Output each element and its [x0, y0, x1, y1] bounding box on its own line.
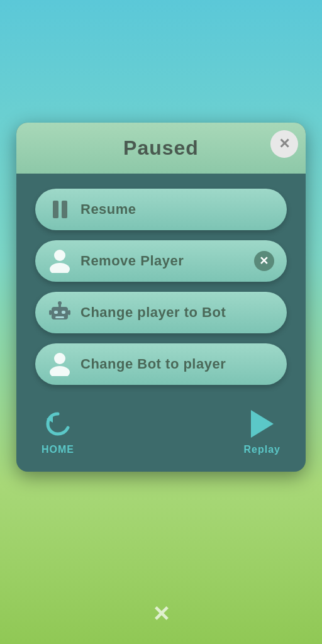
bottom-close-button[interactable]: ✕ — [152, 601, 170, 626]
svg-rect-8 — [49, 310, 52, 315]
svg-point-4 — [58, 301, 62, 305]
replay-icon — [246, 408, 279, 440]
close-icon: ✕ — [279, 136, 290, 152]
remove-player-button[interactable]: Remove Player ✕ — [35, 240, 287, 282]
change-player-to-bot-label: Change player to Bot — [80, 304, 274, 321]
svg-point-10 — [54, 353, 65, 364]
change-bot-to-player-label: Change Bot to player — [80, 356, 274, 372]
svg-rect-7 — [55, 316, 64, 318]
paused-modal: Paused ✕ Resume — [16, 123, 306, 472]
replay-label: Replay — [244, 444, 280, 455]
robot-icon — [48, 301, 72, 325]
bottom-close-icon: ✕ — [152, 602, 170, 626]
svg-rect-5 — [54, 311, 58, 314]
modal-title: Paused — [123, 136, 199, 159]
close-button[interactable]: ✕ — [270, 130, 298, 158]
svg-point-1 — [50, 263, 70, 273]
svg-point-0 — [54, 250, 65, 261]
modal-overlay: Paused ✕ Resume — [0, 0, 322, 644]
change-bot-to-player-button[interactable]: Change Bot to player — [35, 343, 287, 385]
replay-button[interactable]: Replay — [244, 408, 280, 455]
resume-label: Resume — [80, 201, 274, 218]
svg-rect-6 — [62, 311, 65, 314]
home-icon — [42, 408, 74, 440]
modal-header: Paused ✕ — [16, 123, 306, 174]
remove-player-label: Remove Player — [80, 253, 245, 269]
home-button[interactable]: HOME — [42, 408, 74, 455]
home-label: HOME — [42, 444, 74, 455]
svg-rect-9 — [68, 310, 70, 315]
svg-point-11 — [50, 366, 70, 376]
pause-icon — [48, 197, 72, 221]
remove-x-icon: ✕ — [254, 251, 274, 271]
modal-footer: HOME Replay — [16, 397, 306, 472]
change-player-to-bot-button[interactable]: Change player to Bot — [35, 292, 287, 333]
person-icon — [48, 249, 72, 273]
resume-button[interactable]: Resume — [35, 189, 287, 230]
modal-body: Resume Remove Player ✕ — [16, 174, 306, 397]
person-icon-2 — [48, 352, 72, 376]
